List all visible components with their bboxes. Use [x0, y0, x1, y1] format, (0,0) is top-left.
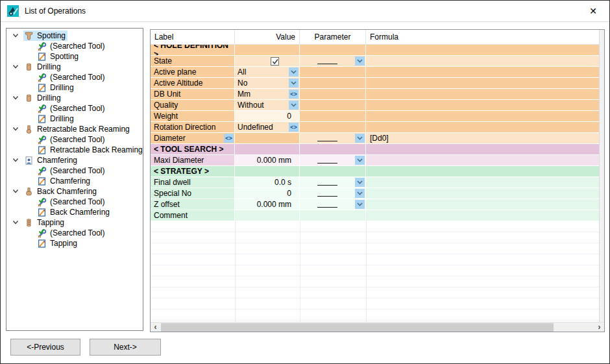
value-spinner-icon[interactable]: <> — [224, 134, 234, 143]
close-icon[interactable]: ✕ — [586, 4, 600, 18]
parameter-cell[interactable] — [300, 133, 366, 144]
state-checkbox[interactable] — [271, 57, 279, 66]
vertical-scrollbar[interactable] — [599, 30, 604, 322]
scrollbar-thumb[interactable] — [161, 323, 554, 332]
tree-entry[interactable]: Back Chamfering — [36, 207, 112, 217]
value-cell[interactable]: 0.000 mm — [235, 155, 300, 166]
value-cell[interactable]: 0.000 mm — [235, 199, 300, 210]
parameter-cell[interactable] — [300, 177, 366, 188]
tree-item-drilling-8[interactable]: Drilling — [6, 114, 143, 124]
value-spinner-icon[interactable]: <> — [289, 90, 299, 99]
value-text: All — [235, 67, 246, 77]
dropdown-chevron-icon[interactable] — [355, 178, 365, 187]
chevron-down-icon[interactable] — [12, 157, 19, 164]
value-cell[interactable]: Undefined<> — [235, 122, 300, 133]
tree-entry[interactable]: Spotting — [23, 30, 67, 41]
tree-entry[interactable]: Drilling — [36, 82, 76, 93]
tree-entry[interactable]: (Searched Tool) — [36, 197, 107, 207]
dropdown-chevron-icon[interactable] — [289, 67, 299, 77]
tree-item-searched-tool-19[interactable]: (Searched Tool) — [6, 228, 143, 238]
value-cell[interactable]: No — [235, 78, 300, 89]
tree-entry[interactable]: (Searched Tool) — [36, 134, 107, 145]
tree-item-drilling-6[interactable]: Drilling — [6, 93, 143, 103]
tree-entry[interactable]: Tapping — [23, 217, 66, 228]
formula-cell[interactable] — [366, 177, 599, 188]
chevron-down-icon[interactable] — [12, 64, 19, 70]
tree-item-searched-tool-10[interactable]: (Searched Tool) — [6, 134, 143, 145]
tree-item-back-chamfering-17[interactable]: Back Chamfering — [6, 207, 143, 217]
tree-item-searched-tool-16[interactable]: (Searched Tool) — [6, 197, 143, 207]
tree-item-searched-tool-13[interactable]: (Searched Tool) — [6, 165, 143, 176]
tree-item-retractable-back-reaming-9[interactable]: Retractable Back Reaming — [6, 124, 143, 134]
tree-item-retractable-back-reaming-11[interactable]: Retractable Back Reaming — [6, 145, 143, 155]
tree-item-spotting-0[interactable]: Spotting — [6, 30, 143, 41]
tree-item-tapping-20[interactable]: Tapping — [6, 238, 143, 249]
tree-entry[interactable]: (Searched Tool) — [36, 103, 107, 114]
value-cell[interactable]: 0 — [235, 111, 300, 122]
tree-item-chamfering-14[interactable]: Chamfering — [6, 176, 143, 186]
value-cell[interactable]: 0.0 s — [235, 177, 300, 188]
dropdown-chevron-icon[interactable] — [289, 101, 299, 110]
tree-entry[interactable]: Retractable Back Reaming — [23, 124, 132, 134]
tree-entry[interactable]: Retractable Back Reaming — [36, 145, 143, 155]
tree-entry[interactable]: (Searched Tool) — [36, 72, 107, 82]
chevron-down-icon[interactable] — [12, 95, 19, 101]
value-cell[interactable] — [235, 56, 300, 67]
tree-entry[interactable]: Spotting — [36, 51, 80, 62]
chevron-down-icon[interactable] — [12, 219, 19, 226]
tree-item-spotting-2[interactable]: Spotting — [6, 51, 143, 62]
chevron-down-icon[interactable] — [12, 188, 19, 195]
previous-button[interactable]: <-Previous — [10, 339, 80, 356]
parameter-cell[interactable] — [300, 56, 366, 67]
formula-cell[interactable] — [366, 155, 599, 166]
next-button[interactable]: Next-> — [90, 339, 161, 356]
chevron-down-icon[interactable] — [12, 126, 19, 132]
drill-tool-icon — [24, 62, 34, 72]
value-cell[interactable] — [235, 133, 300, 144]
tree-item-back-chamfering-15[interactable]: Back Chamfering — [6, 186, 143, 197]
scrollbar-track[interactable] — [160, 322, 594, 332]
tree-item-searched-tool-7[interactable]: (Searched Tool) — [6, 103, 143, 114]
dropdown-chevron-icon[interactable] — [355, 134, 365, 143]
tree-item-tapping-18[interactable]: Tapping — [6, 217, 143, 228]
tree-entry[interactable]: Drilling — [23, 93, 63, 103]
tree-entry[interactable]: (Searched Tool) — [36, 228, 107, 238]
value-spinner-icon[interactable]: <> — [289, 123, 299, 132]
dropdown-chevron-icon[interactable] — [289, 79, 299, 88]
tree-entry[interactable]: (Searched Tool) — [36, 165, 107, 176]
value-cell[interactable]: 0 — [235, 188, 300, 199]
formula-cell[interactable] — [366, 199, 599, 210]
tree-item-searched-tool-1[interactable]: (Searched Tool) — [6, 41, 143, 51]
formula-cell[interactable] — [366, 56, 599, 67]
formula-cell[interactable] — [366, 188, 599, 199]
tree-entry[interactable]: Drilling — [36, 114, 76, 124]
tree-item-drilling-5[interactable]: Drilling — [6, 82, 143, 93]
chevron-down-icon[interactable] — [12, 32, 19, 39]
dropdown-chevron-icon[interactable] — [355, 189, 365, 198]
tree-item-searched-tool-4[interactable]: (Searched Tool) — [6, 72, 143, 82]
tree-entry[interactable]: Back Chamfering — [23, 186, 99, 197]
scroll-right-icon[interactable]: › — [594, 322, 604, 332]
parameter-cell[interactable] — [300, 188, 366, 199]
dropdown-chevron-icon[interactable] — [355, 56, 365, 66]
value-cell[interactable]: Without — [235, 100, 300, 111]
value-cell[interactable]: Mm<> — [235, 89, 300, 100]
tree-item-drilling-3[interactable]: Drilling — [6, 62, 143, 72]
parameter-cell[interactable] — [300, 199, 366, 210]
formula-cell[interactable]: [Dd0] — [366, 133, 599, 144]
grid-vline — [235, 221, 236, 322]
value-cell[interactable]: All — [235, 67, 300, 78]
dropdown-chevron-icon[interactable] — [355, 200, 365, 209]
dropdown-chevron-icon[interactable] — [355, 156, 365, 165]
tree-entry[interactable]: Tapping — [36, 238, 79, 249]
tree-item-label: Tapping — [37, 218, 64, 228]
tree-entry[interactable]: Chamfering — [23, 155, 79, 165]
parameter-cell[interactable] — [300, 155, 366, 166]
scroll-left-icon[interactable]: ‹ — [151, 322, 160, 332]
value-cell[interactable] — [235, 210, 300, 221]
row-label: Diameter — [154, 134, 186, 143]
tree-entry[interactable]: (Searched Tool) — [36, 41, 107, 51]
tree-entry[interactable]: Drilling — [23, 62, 63, 72]
tree-entry[interactable]: Chamfering — [36, 176, 92, 186]
tree-item-chamfering-12[interactable]: Chamfering — [6, 155, 143, 165]
